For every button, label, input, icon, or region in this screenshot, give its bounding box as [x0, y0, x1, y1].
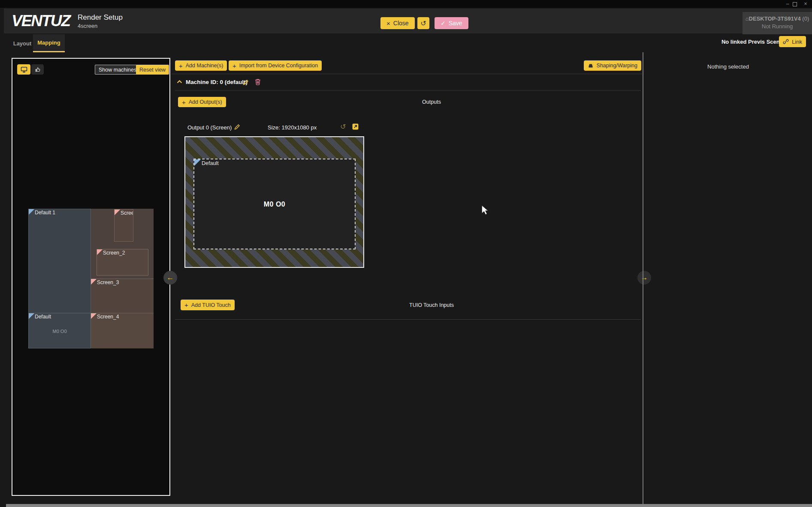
output-size-label: Size: 1920x1080 px: [268, 124, 317, 131]
save-button-label: Save: [449, 20, 462, 27]
tab-layout[interactable]: Layout: [12, 34, 33, 52]
output-machine-tag: M0 O0: [194, 201, 355, 208]
reset-view-button[interactable]: Reset view: [136, 65, 169, 75]
home-icon: ⌂: [746, 15, 749, 22]
save-button[interactable]: ✓ Save: [435, 17, 468, 29]
close-x-icon: ×: [386, 20, 390, 27]
plus-icon: +: [184, 301, 188, 309]
machine-id-header: Machine ID: 0 (default): [186, 79, 248, 85]
refresh-button[interactable]: ↺: [417, 17, 429, 29]
flag-pink-icon: [97, 249, 103, 255]
render-setup-window: – × VENTUZ Render Setup 4screen × Close …: [0, 0, 812, 507]
add-outputs-button[interactable]: + Add Output(s): [178, 97, 226, 107]
window-close-icon[interactable]: ×: [802, 0, 809, 7]
import-device-config-label: Import from Device Configuration: [239, 63, 318, 69]
flag-blue-icon: [29, 313, 34, 319]
edit-machine-pencil-icon[interactable]: [242, 79, 249, 86]
output-default-region[interactable]: Default M0 O0: [193, 159, 356, 249]
add-machines-label: Add Machine(s): [186, 63, 223, 69]
output-preview-canvas[interactable]: Default M0 O0: [184, 136, 364, 268]
tuio-section-title: TUIO Touch Inputs: [221, 302, 642, 308]
minimap-region-screen2[interactable]: Screen_2: [97, 249, 148, 276]
plus-icon: +: [179, 62, 183, 69]
page-title: Render Setup: [78, 13, 123, 22]
ventuz-logo: VENTUZ: [12, 12, 70, 30]
panel-separator[interactable]: [643, 52, 643, 507]
rotate-output-icon[interactable]: ↺: [340, 123, 346, 131]
add-machines-button[interactable]: + Add Machine(s): [175, 60, 227, 71]
flag-pink-icon: [91, 279, 97, 285]
region-label: Screen_3: [97, 279, 119, 285]
minimap-region-default[interactable]: Default M0 O0: [28, 313, 91, 348]
page-subtitle: 4screen: [78, 23, 97, 29]
thumbs-up-icon: [35, 66, 41, 72]
close-button-label: Close: [393, 20, 409, 27]
region-label: Screen_4: [97, 314, 119, 320]
region-label: Screen_1: [121, 210, 133, 216]
output-region-label: Default: [202, 160, 219, 166]
machine-count: (0): [802, 15, 809, 22]
monitor-view-button[interactable]: [17, 64, 30, 75]
region-label: Default 1: [35, 210, 55, 216]
expand-right-panel-arrow[interactable]: →: [637, 271, 651, 285]
divider: [175, 319, 641, 320]
expand-output-icon[interactable]: [352, 123, 359, 130]
mouse-cursor: [481, 205, 489, 215]
region-output-tag: M0 O0: [29, 329, 91, 334]
previs-viewport-panel: Show machines Reset view Default 1 Scree…: [12, 58, 170, 496]
output-name: Output 0 (Screen): [187, 124, 232, 131]
add-outputs-label: Add Output(s): [189, 99, 222, 105]
region-label: Screen_2: [103, 250, 125, 256]
flag-blue-icon: [194, 159, 201, 166]
flag-pink-icon: [91, 313, 97, 319]
machine-status-box: ⌂DESKTOP-3TS91V4 (0) Not Running: [743, 12, 812, 34]
flag-pink-icon: [115, 210, 120, 215]
link-button[interactable]: Link: [779, 36, 806, 47]
minimap-region-screen1[interactable]: Screen_1: [114, 209, 133, 242]
show-machines-button[interactable]: Show machines: [95, 65, 140, 75]
trapezoid-icon: [588, 63, 594, 69]
region-label: Default: [35, 314, 51, 320]
header: VENTUZ Render Setup 4screen × Close ↺ ✓ …: [4, 9, 812, 33]
window-minimize-icon[interactable]: –: [784, 0, 791, 7]
link-icon: [783, 39, 789, 45]
arrow-left-icon: ←: [167, 273, 174, 282]
check-icon: ✓: [441, 20, 446, 27]
delete-machine-trash-icon[interactable]: [255, 78, 261, 85]
shaping-warping-label: Shaping/Warping: [597, 63, 637, 69]
divider: [175, 90, 641, 91]
flag-blue-icon: [29, 209, 34, 215]
refresh-icon: ↺: [420, 19, 426, 27]
close-button[interactable]: × Close: [380, 17, 415, 29]
machine-status: Not Running: [743, 23, 812, 30]
plus-icon: +: [182, 99, 186, 106]
collapse-left-panel-arrow[interactable]: ←: [163, 271, 177, 285]
arrow-right-icon: →: [641, 273, 648, 282]
collapse-machine-chevron-icon[interactable]: [177, 80, 182, 84]
previs-scene-label: No linked Previs Scene: [721, 39, 783, 45]
import-device-config-button[interactable]: + Import from Device Configuration: [229, 60, 322, 71]
link-button-label: Link: [792, 39, 802, 45]
minimap-region-screen3[interactable]: Screen_3: [91, 279, 154, 313]
machine-name: ⌂DESKTOP-3TS91V4 (0): [743, 15, 812, 22]
window-titlebar: – ×: [0, 0, 812, 8]
tab-mapping[interactable]: Mapping: [33, 34, 65, 52]
minimap-region-screen4[interactable]: Screen_4: [91, 313, 154, 348]
edit-output-pencil-icon[interactable]: [234, 123, 241, 130]
monitor-icon: [21, 66, 27, 73]
mapping-minimap: Default 1 Screen_1 Screen_2 Screen_3 Def…: [28, 209, 154, 349]
divider: [172, 74, 642, 74]
window-maximize-icon[interactable]: [793, 2, 797, 6]
outputs-section-title: Outputs: [221, 99, 642, 105]
plus-icon: +: [232, 62, 236, 69]
bottom-scrollbar[interactable]: [6, 504, 812, 507]
selection-empty-text: Nothing selected: [644, 63, 812, 70]
shaping-warping-button[interactable]: Shaping/Warping: [584, 60, 641, 71]
thumbs-up-button[interactable]: [31, 64, 44, 75]
